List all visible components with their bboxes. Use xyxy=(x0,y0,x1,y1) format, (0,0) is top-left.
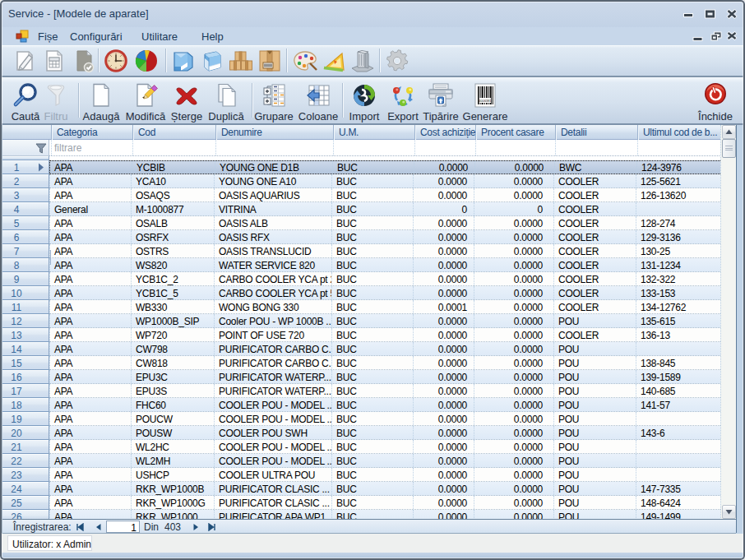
svg-text:4006381: 4006381 xyxy=(479,99,492,103)
